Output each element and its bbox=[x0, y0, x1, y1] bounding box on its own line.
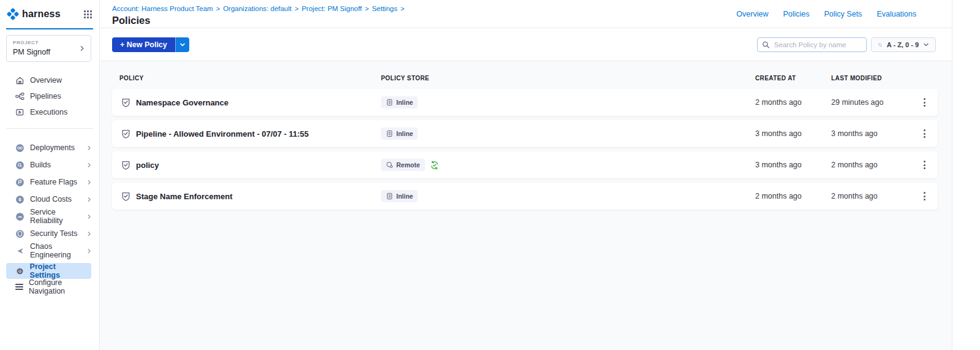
sidebar-item-service-reliability[interactable]: Service Reliability bbox=[0, 208, 99, 225]
table-row[interactable]: Stage Name Enforcement Inline 2 months a… bbox=[112, 183, 938, 210]
row-menu-button[interactable] bbox=[911, 158, 938, 172]
row-menu-button[interactable] bbox=[911, 95, 938, 110]
policy-name: Pipeline - Allowed Environment - 07/07 -… bbox=[136, 129, 309, 139]
breadcrumb: Account: Harness Product Team>Organizati… bbox=[112, 5, 407, 12]
sidebar-item-feature-flags[interactable]: Feature Flags bbox=[0, 173, 99, 191]
shield-check-icon bbox=[121, 191, 131, 202]
table-header: POLICY POLICY STORE CREATED AT LAST MODI… bbox=[112, 75, 938, 82]
store-badge: Inline bbox=[381, 96, 418, 108]
sidebar-item-chaos-engineering[interactable]: Chaos Engineering bbox=[0, 242, 99, 259]
breadcrumb-separator: > bbox=[295, 5, 298, 12]
breadcrumb-account[interactable]: Account: Harness Product Team bbox=[112, 5, 213, 12]
created-at: 3 months ago bbox=[755, 129, 831, 138]
sidebar-item-security-tests[interactable]: Security Tests bbox=[0, 225, 99, 242]
breadcrumb-separator: > bbox=[365, 5, 369, 12]
shield-check-icon bbox=[121, 129, 131, 139]
breadcrumb-separator: > bbox=[216, 5, 220, 12]
table-row[interactable]: Pipeline - Allowed Environment - 07/07 -… bbox=[112, 120, 938, 147]
breadcrumb-organization[interactable]: Organizations: default bbox=[223, 5, 292, 12]
toolbar: + New Policy ↑↓ A - Z, 0 - 9 bbox=[100, 28, 952, 61]
table-row[interactable]: policy Remote 3 months ago 2 months ago bbox=[112, 151, 938, 178]
sidebar-item-label: Feature Flags bbox=[30, 178, 77, 186]
policy-name: Stage Name Enforcement bbox=[136, 192, 233, 201]
created-at: 2 months ago bbox=[755, 192, 831, 200]
chevron-right-icon bbox=[86, 180, 92, 185]
last-modified: 3 months ago bbox=[831, 129, 911, 138]
last-modified: 2 months ago bbox=[831, 192, 911, 200]
git-sync-success-icon bbox=[430, 161, 439, 170]
store-badge: Remote bbox=[381, 159, 425, 171]
sidebar-item-executions[interactable]: Executions bbox=[0, 104, 99, 120]
gear-icon: ⚙ bbox=[15, 267, 24, 275]
chevron-right-icon bbox=[86, 231, 92, 237]
tab-evaluations[interactable]: Evaluations bbox=[876, 10, 916, 18]
breadcrumb-separator: > bbox=[401, 5, 404, 12]
brand-name: harness bbox=[22, 9, 61, 20]
search-input[interactable] bbox=[757, 37, 867, 52]
column-created-at: CREATED AT bbox=[755, 75, 831, 82]
column-policy: POLICY bbox=[119, 75, 381, 82]
sidebar-item-label: Pipelines bbox=[30, 92, 61, 101]
sidebar: harness PROJECT PM Signoff Overview Pipe… bbox=[0, 0, 100, 350]
sidebar-item-project-settings[interactable]: ⚙ Project Settings bbox=[6, 263, 91, 279]
row-menu-button[interactable] bbox=[911, 126, 938, 141]
created-at: 2 months ago bbox=[755, 98, 831, 107]
sidebar-item-label: Executions bbox=[30, 108, 67, 116]
chevron-right-icon bbox=[79, 45, 85, 51]
page-title: Policies bbox=[112, 15, 407, 26]
chevron-right-icon bbox=[86, 162, 92, 168]
sidebar-nav: Overview Pipelines Executions bbox=[0, 72, 99, 120]
new-policy-dropdown-button[interactable] bbox=[175, 37, 189, 52]
store-label: Inline bbox=[396, 99, 413, 106]
sidebar-item-builds[interactable]: Builds bbox=[0, 156, 99, 173]
policies-table: POLICY POLICY STORE CREATED AT LAST MODI… bbox=[100, 75, 952, 210]
sidebar-item-configure-navigation[interactable]: Configure Navigation bbox=[6, 279, 91, 295]
last-modified: 29 minutes ago bbox=[831, 98, 911, 107]
chevron-right-icon bbox=[86, 197, 92, 202]
row-menu-button[interactable] bbox=[911, 189, 938, 204]
project-selector[interactable]: PROJECT PM Signoff bbox=[6, 35, 91, 62]
executions-icon bbox=[15, 108, 24, 117]
chevron-right-icon bbox=[86, 248, 92, 254]
store-badge: Inline bbox=[381, 127, 418, 140]
deployments-icon bbox=[15, 143, 24, 153]
sidebar-item-overview[interactable]: Overview bbox=[0, 72, 99, 88]
sort-dropdown[interactable]: ↑↓ A - Z, 0 - 9 bbox=[871, 37, 936, 52]
sidebar-bottom: ⚙ Project Settings Configure Navigation bbox=[6, 263, 91, 295]
policy-name: policy bbox=[136, 161, 159, 170]
harness-logo[interactable]: harness bbox=[7, 8, 61, 20]
search-box bbox=[757, 37, 867, 52]
project-label: PROJECT bbox=[13, 40, 85, 45]
tab-policy-sets[interactable]: Policy Sets bbox=[824, 10, 862, 18]
security-tests-icon bbox=[15, 229, 24, 238]
table-row[interactable]: Namespace Governance Inline 2 months ago… bbox=[112, 89, 938, 116]
breadcrumb-project[interactable]: Project: PM Signoff bbox=[301, 5, 361, 12]
sidebar-item-deployments[interactable]: Deployments bbox=[0, 139, 99, 156]
hamburger-icon bbox=[15, 284, 23, 290]
page-header: Account: Harness Product Team>Organizati… bbox=[100, 0, 952, 28]
sidebar-item-pipelines[interactable]: Pipelines bbox=[0, 88, 99, 104]
brand-divider bbox=[6, 28, 93, 29]
cloud-costs-icon: $ bbox=[15, 195, 24, 204]
app-grid-icon[interactable] bbox=[84, 10, 92, 18]
chevron-down-icon bbox=[179, 42, 186, 48]
sidebar-item-label: Configure Navigation bbox=[29, 278, 86, 295]
breadcrumb-settings[interactable]: Settings bbox=[372, 5, 398, 12]
feature-flags-icon bbox=[15, 178, 24, 187]
tab-overview[interactable]: Overview bbox=[736, 10, 768, 18]
main-area: Account: Harness Product Team>Organizati… bbox=[100, 0, 952, 350]
store-badge: Inline bbox=[381, 190, 418, 202]
tab-policies[interactable]: Policies bbox=[783, 10, 809, 18]
sidebar-item-cloud-costs[interactable]: $ Cloud Costs bbox=[0, 191, 99, 208]
shield-check-icon bbox=[121, 160, 131, 170]
policy-name: Namespace Governance bbox=[136, 98, 228, 107]
new-policy-button[interactable]: + New Policy bbox=[112, 37, 175, 52]
sidebar-header: harness bbox=[0, 0, 99, 28]
pipelines-icon bbox=[15, 92, 24, 101]
builds-icon bbox=[15, 161, 24, 170]
remote-store-icon bbox=[386, 161, 393, 169]
store-label: Inline bbox=[396, 192, 413, 200]
project-name: PM Signoff bbox=[13, 48, 85, 56]
sidebar-item-label: Security Tests bbox=[30, 229, 78, 238]
sort-label: A - Z, 0 - 9 bbox=[887, 41, 919, 48]
